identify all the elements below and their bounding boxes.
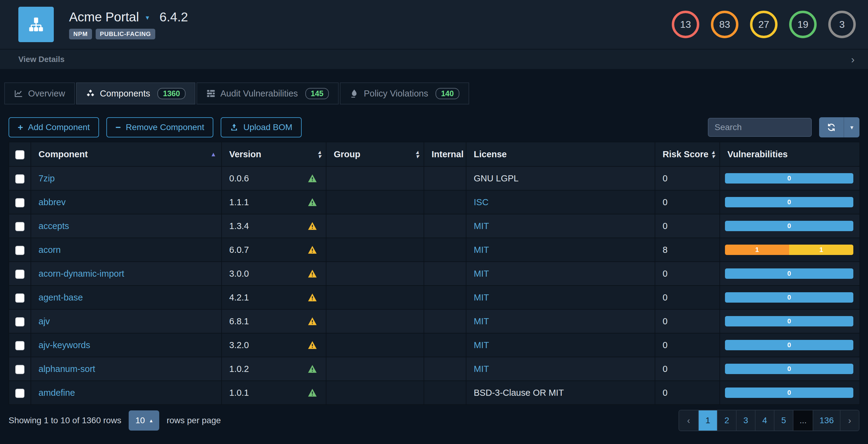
group-cell	[326, 262, 424, 285]
row-checkbox[interactable]	[15, 222, 25, 231]
page-button[interactable]: 4	[755, 410, 774, 431]
remove-component-button[interactable]: − Remove Component	[106, 117, 213, 137]
component-link[interactable]: ajv	[38, 316, 50, 326]
version-value: 3.0.0	[229, 269, 249, 279]
risk-score-value: 0	[655, 381, 720, 405]
toolbar: + Add Component − Remove Component Uploa…	[8, 117, 860, 137]
row-checkbox[interactable]	[15, 317, 25, 327]
tab-policy-violations[interactable]: Policy Violations 140	[340, 82, 469, 104]
pagination-next-button[interactable]: ›	[840, 410, 859, 431]
license-value[interactable]: MIT	[474, 245, 489, 255]
tab-audit-vulnerabilities[interactable]: Audit Vulnerabilities 145	[196, 82, 339, 104]
tab-overview[interactable]: Overview	[4, 82, 75, 104]
group-cell	[326, 333, 424, 357]
high-count: 83	[719, 19, 730, 30]
page-size-value: 10	[135, 416, 145, 425]
license-value[interactable]: MIT	[474, 293, 489, 302]
column-header-group[interactable]: Group ▴▾	[326, 142, 424, 166]
row-checkbox[interactable]	[15, 365, 25, 374]
version-status-icon	[307, 364, 317, 374]
page-button[interactable]: 1	[698, 410, 717, 431]
row-checkbox[interactable]	[15, 389, 25, 398]
page-button[interactable]: 5	[774, 410, 793, 431]
vulnerability-bar-segment: 1	[725, 245, 789, 255]
license-value[interactable]: ISC	[474, 197, 488, 207]
table-row: acorn 6.0.7 MIT 8 11	[9, 238, 860, 262]
project-switcher-caret-icon[interactable]: ▾	[146, 14, 149, 22]
column-header-component[interactable]: Component ▲	[31, 142, 222, 166]
table-row: acorn-dynamic-import 3.0.0 MIT 0 0	[9, 262, 860, 285]
component-link[interactable]: accepts	[38, 221, 69, 231]
refresh-button[interactable]	[819, 117, 843, 137]
severity-rings: 13 83 27 19 3	[672, 11, 856, 38]
column-header-version[interactable]: Version ▴▾	[222, 142, 326, 166]
sort-icon: ▴▾	[318, 150, 321, 159]
policy-count-badge: 140	[436, 88, 459, 99]
column-label: License	[474, 149, 507, 160]
vulnerability-bar-segment: 0	[725, 197, 853, 207]
upload-bom-button[interactable]: Upload BOM	[221, 117, 301, 137]
table-row: abbrev 1.1.1 ISC 0 0	[9, 190, 860, 214]
pagination: ‹12345...136›	[679, 410, 860, 431]
audit-count-badge: 145	[305, 88, 329, 99]
pagination-prev-button[interactable]: ‹	[679, 410, 698, 431]
view-details-toggle[interactable]: View Details ›	[0, 49, 868, 69]
row-checkbox[interactable]	[15, 341, 25, 350]
component-link[interactable]: agent-base	[38, 293, 83, 302]
license-value[interactable]: MIT	[474, 316, 489, 326]
row-checkbox[interactable]	[15, 294, 25, 303]
vulnerability-bar: 0	[725, 387, 853, 398]
component-link[interactable]: 7zip	[38, 173, 55, 183]
license-value[interactable]: MIT	[474, 221, 489, 231]
license-value[interactable]: MIT	[474, 269, 489, 278]
row-checkbox[interactable]	[15, 198, 25, 207]
component-link[interactable]: acorn	[38, 245, 61, 255]
severity-ring-low: 19	[789, 11, 817, 38]
version-value: 4.2.1	[229, 293, 249, 303]
version-status-icon	[307, 388, 317, 398]
sitemap-icon	[28, 16, 44, 33]
internal-cell	[424, 190, 466, 214]
component-link[interactable]: abbrev	[38, 197, 66, 207]
plus-icon: +	[18, 123, 23, 132]
license-value[interactable]: MIT	[474, 340, 489, 350]
internal-cell	[424, 262, 466, 285]
tab-components[interactable]: Components 1360	[76, 82, 195, 104]
project-version: 6.4.2	[159, 10, 188, 25]
select-all-checkbox[interactable]	[15, 150, 25, 160]
add-component-button[interactable]: + Add Component	[8, 117, 99, 137]
version-value: 1.0.1	[229, 388, 249, 398]
table-row: accepts 1.3.4 MIT 0 0	[9, 214, 860, 238]
vulnerability-bar-segment: 0	[725, 387, 853, 398]
page-button[interactable]: 3	[736, 410, 755, 431]
row-checkbox[interactable]	[15, 270, 25, 279]
internal-cell	[424, 285, 466, 309]
vulnerability-bar-segment: 0	[725, 340, 853, 350]
search-input[interactable]	[708, 118, 812, 137]
table-row: agent-base 4.2.1 MIT 0 0	[9, 285, 860, 309]
group-cell	[326, 285, 424, 309]
component-link[interactable]: acorn-dynamic-import	[38, 269, 124, 278]
component-link[interactable]: amdefine	[38, 388, 75, 398]
tab-label: Policy Violations	[364, 89, 428, 99]
row-checkbox[interactable]	[15, 246, 25, 255]
table-row: 7zip 0.0.6 GNU LGPL 0 0	[9, 166, 860, 190]
vulnerability-bar-segment: 1	[789, 245, 853, 255]
critical-count: 13	[680, 19, 691, 30]
license-value[interactable]: MIT	[474, 364, 489, 374]
group-cell	[326, 381, 424, 405]
component-link[interactable]: ajv-keywords	[38, 340, 90, 350]
group-cell	[326, 190, 424, 214]
table-options-dropdown-button[interactable]: ▾	[843, 117, 860, 137]
column-header-risk-score[interactable]: Risk Score ▴▾	[655, 142, 720, 166]
component-link[interactable]: alphanum-sort	[38, 364, 95, 374]
page-button[interactable]: 2	[717, 410, 736, 431]
page-button[interactable]: 136	[813, 410, 840, 431]
internal-cell	[424, 214, 466, 238]
tab-label: Overview	[28, 89, 65, 99]
vulnerability-bar-segment: 0	[725, 292, 853, 303]
risk-score-value: 0	[655, 309, 720, 333]
page-size-dropdown[interactable]: 10 ▴	[129, 410, 159, 431]
row-checkbox[interactable]	[15, 174, 25, 183]
group-cell	[326, 166, 424, 190]
